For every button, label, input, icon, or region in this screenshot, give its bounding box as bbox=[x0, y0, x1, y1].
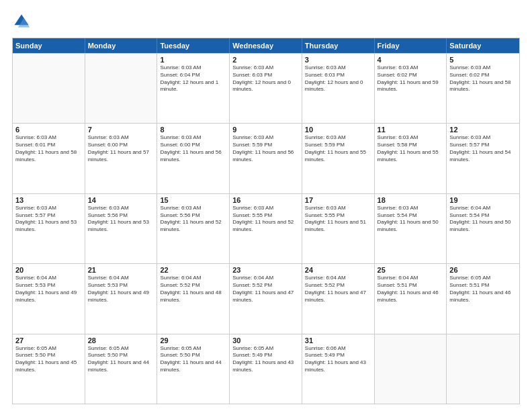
cell-info: Sunrise: 6:03 AM Sunset: 6:01 PM Dayligh… bbox=[15, 134, 82, 163]
cell-info: Sunrise: 6:03 AM Sunset: 5:56 PM Dayligh… bbox=[160, 205, 226, 234]
day-number: 7 bbox=[88, 126, 154, 134]
cell-info: Sunrise: 6:03 AM Sunset: 6:03 PM Dayligh… bbox=[232, 64, 299, 93]
week-row-5: 27Sunrise: 6:05 AM Sunset: 5:50 PM Dayli… bbox=[13, 334, 519, 404]
header-day-sunday: Sunday bbox=[13, 38, 85, 53]
day-cell-2: 2Sunrise: 6:03 AM Sunset: 6:03 PM Daylig… bbox=[230, 54, 302, 123]
day-cell-10: 10Sunrise: 6:03 AM Sunset: 5:59 PM Dayli… bbox=[302, 124, 375, 193]
day-cell-16: 16Sunrise: 6:03 AM Sunset: 5:55 PM Dayli… bbox=[230, 194, 302, 263]
header-day-tuesday: Tuesday bbox=[157, 38, 230, 53]
header-day-wednesday: Wednesday bbox=[230, 38, 302, 53]
day-number: 6 bbox=[15, 126, 82, 134]
empty-cell bbox=[375, 334, 447, 404]
day-cell-5: 5Sunrise: 6:03 AM Sunset: 6:02 PM Daylig… bbox=[447, 54, 519, 123]
day-cell-8: 8Sunrise: 6:03 AM Sunset: 6:00 PM Daylig… bbox=[157, 124, 230, 193]
day-number: 22 bbox=[160, 266, 226, 274]
day-number: 14 bbox=[88, 196, 154, 204]
day-number: 8 bbox=[160, 126, 226, 134]
day-cell-3: 3Sunrise: 6:03 AM Sunset: 6:03 PM Daylig… bbox=[302, 54, 375, 123]
empty-cell bbox=[13, 54, 85, 123]
empty-cell bbox=[447, 334, 519, 404]
cell-info: Sunrise: 6:05 AM Sunset: 5:50 PM Dayligh… bbox=[15, 345, 82, 374]
day-number: 25 bbox=[378, 266, 444, 274]
day-cell-12: 12Sunrise: 6:03 AM Sunset: 5:57 PM Dayli… bbox=[447, 124, 519, 193]
day-cell-28: 28Sunrise: 6:05 AM Sunset: 5:50 PM Dayli… bbox=[85, 334, 158, 404]
day-cell-6: 6Sunrise: 6:03 AM Sunset: 6:01 PM Daylig… bbox=[13, 124, 85, 193]
cell-info: Sunrise: 6:05 AM Sunset: 5:50 PM Dayligh… bbox=[88, 345, 154, 374]
cell-info: Sunrise: 6:03 AM Sunset: 5:55 PM Dayligh… bbox=[232, 205, 299, 234]
page: SundayMondayTuesdayWednesdayThursdayFrid… bbox=[0, 0, 532, 411]
day-number: 17 bbox=[305, 196, 371, 204]
day-cell-23: 23Sunrise: 6:04 AM Sunset: 5:52 PM Dayli… bbox=[230, 264, 302, 333]
cell-info: Sunrise: 6:04 AM Sunset: 5:53 PM Dayligh… bbox=[15, 275, 82, 304]
day-cell-29: 29Sunrise: 6:05 AM Sunset: 5:50 PM Dayli… bbox=[157, 334, 230, 404]
day-cell-14: 14Sunrise: 6:03 AM Sunset: 5:56 PM Dayli… bbox=[85, 194, 158, 263]
cell-info: Sunrise: 6:03 AM Sunset: 6:03 PM Dayligh… bbox=[305, 64, 371, 93]
header bbox=[12, 12, 520, 31]
day-cell-4: 4Sunrise: 6:03 AM Sunset: 6:02 PM Daylig… bbox=[375, 54, 447, 123]
cell-info: Sunrise: 6:04 AM Sunset: 5:51 PM Dayligh… bbox=[378, 275, 444, 304]
day-number: 27 bbox=[15, 336, 82, 345]
cell-info: Sunrise: 6:03 AM Sunset: 5:58 PM Dayligh… bbox=[378, 134, 444, 163]
week-row-3: 13Sunrise: 6:03 AM Sunset: 5:57 PM Dayli… bbox=[13, 193, 519, 263]
cell-info: Sunrise: 6:04 AM Sunset: 5:52 PM Dayligh… bbox=[232, 275, 299, 304]
header-day-saturday: Saturday bbox=[447, 38, 519, 53]
cell-info: Sunrise: 6:03 AM Sunset: 5:57 PM Dayligh… bbox=[15, 205, 82, 234]
day-number: 1 bbox=[160, 56, 226, 64]
day-cell-25: 25Sunrise: 6:04 AM Sunset: 5:51 PM Dayli… bbox=[375, 264, 447, 333]
day-number: 29 bbox=[160, 336, 226, 345]
empty-cell bbox=[85, 54, 158, 123]
week-row-2: 6Sunrise: 6:03 AM Sunset: 6:01 PM Daylig… bbox=[13, 123, 519, 193]
day-number: 12 bbox=[449, 126, 517, 134]
logo-icon bbox=[12, 12, 31, 31]
day-cell-30: 30Sunrise: 6:05 AM Sunset: 5:49 PM Dayli… bbox=[230, 334, 302, 404]
cell-info: Sunrise: 6:03 AM Sunset: 6:04 PM Dayligh… bbox=[160, 64, 226, 93]
cell-info: Sunrise: 6:03 AM Sunset: 5:55 PM Dayligh… bbox=[305, 205, 371, 234]
cell-info: Sunrise: 6:04 AM Sunset: 5:52 PM Dayligh… bbox=[160, 275, 226, 304]
cell-info: Sunrise: 6:04 AM Sunset: 5:54 PM Dayligh… bbox=[449, 205, 517, 234]
day-number: 4 bbox=[378, 56, 444, 64]
day-number: 21 bbox=[88, 266, 154, 274]
cell-info: Sunrise: 6:05 AM Sunset: 5:49 PM Dayligh… bbox=[232, 345, 299, 374]
day-number: 15 bbox=[160, 196, 226, 204]
day-number: 16 bbox=[232, 196, 299, 204]
cell-info: Sunrise: 6:03 AM Sunset: 6:02 PM Dayligh… bbox=[378, 64, 444, 93]
week-row-1: 1Sunrise: 6:03 AM Sunset: 6:04 PM Daylig… bbox=[13, 53, 519, 123]
week-row-4: 20Sunrise: 6:04 AM Sunset: 5:53 PM Dayli… bbox=[13, 263, 519, 333]
day-number: 31 bbox=[305, 336, 371, 345]
header-day-thursday: Thursday bbox=[302, 38, 375, 53]
cell-info: Sunrise: 6:04 AM Sunset: 5:52 PM Dayligh… bbox=[305, 275, 371, 304]
day-number: 26 bbox=[449, 266, 517, 274]
cell-info: Sunrise: 6:03 AM Sunset: 5:54 PM Dayligh… bbox=[378, 205, 444, 234]
logo bbox=[12, 12, 34, 31]
day-cell-13: 13Sunrise: 6:03 AM Sunset: 5:57 PM Dayli… bbox=[13, 194, 85, 263]
day-number: 28 bbox=[88, 336, 154, 345]
day-cell-9: 9Sunrise: 6:03 AM Sunset: 5:59 PM Daylig… bbox=[230, 124, 302, 193]
cell-info: Sunrise: 6:05 AM Sunset: 5:50 PM Dayligh… bbox=[160, 345, 226, 374]
calendar: SundayMondayTuesdayWednesdayThursdayFrid… bbox=[12, 38, 520, 404]
day-cell-15: 15Sunrise: 6:03 AM Sunset: 5:56 PM Dayli… bbox=[157, 194, 230, 263]
day-cell-20: 20Sunrise: 6:04 AM Sunset: 5:53 PM Dayli… bbox=[13, 264, 85, 333]
day-cell-18: 18Sunrise: 6:03 AM Sunset: 5:54 PM Dayli… bbox=[375, 194, 447, 263]
cell-info: Sunrise: 6:04 AM Sunset: 5:53 PM Dayligh… bbox=[88, 275, 154, 304]
header-day-friday: Friday bbox=[375, 38, 447, 53]
day-number: 18 bbox=[378, 196, 444, 204]
day-cell-27: 27Sunrise: 6:05 AM Sunset: 5:50 PM Dayli… bbox=[13, 334, 85, 404]
calendar-header: SundayMondayTuesdayWednesdayThursdayFrid… bbox=[13, 38, 519, 53]
day-number: 20 bbox=[15, 266, 82, 274]
day-cell-19: 19Sunrise: 6:04 AM Sunset: 5:54 PM Dayli… bbox=[447, 194, 519, 263]
day-number: 19 bbox=[449, 196, 517, 204]
cell-info: Sunrise: 6:03 AM Sunset: 5:56 PM Dayligh… bbox=[88, 205, 154, 234]
cell-info: Sunrise: 6:03 AM Sunset: 5:59 PM Dayligh… bbox=[232, 134, 299, 163]
cell-info: Sunrise: 6:06 AM Sunset: 5:49 PM Dayligh… bbox=[305, 345, 371, 374]
day-number: 3 bbox=[305, 56, 371, 64]
day-number: 10 bbox=[305, 126, 371, 134]
cell-info: Sunrise: 6:03 AM Sunset: 6:02 PM Dayligh… bbox=[449, 64, 517, 93]
day-number: 9 bbox=[232, 126, 299, 134]
day-cell-17: 17Sunrise: 6:03 AM Sunset: 5:55 PM Dayli… bbox=[302, 194, 375, 263]
cell-info: Sunrise: 6:03 AM Sunset: 6:00 PM Dayligh… bbox=[160, 134, 226, 163]
day-number: 23 bbox=[232, 266, 299, 274]
day-number: 5 bbox=[449, 56, 517, 64]
day-cell-1: 1Sunrise: 6:03 AM Sunset: 6:04 PM Daylig… bbox=[157, 54, 230, 123]
day-cell-26: 26Sunrise: 6:05 AM Sunset: 5:51 PM Dayli… bbox=[447, 264, 519, 333]
day-cell-24: 24Sunrise: 6:04 AM Sunset: 5:52 PM Dayli… bbox=[302, 264, 375, 333]
